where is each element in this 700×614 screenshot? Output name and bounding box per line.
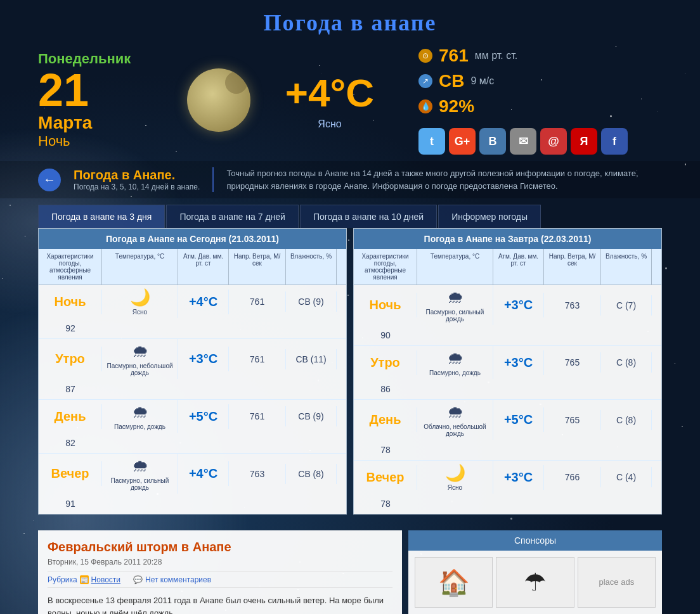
row-temp: +5°C: [178, 404, 229, 429]
weather-stats: ⊙ 761 мм рт. ст. ↗ СВ 9 м/с 💧 92% t G+ В…: [399, 46, 662, 155]
table-row: Вечер 🌧 Пасмурно, сильный дождь +4°C 763…: [39, 454, 346, 514]
wind-direction: СВ: [439, 71, 464, 91]
social-buttons: t G+ В ✉ @ Я f: [418, 128, 662, 155]
condition-label: Ясно: [448, 484, 462, 491]
col-wind: Напр. Ветра, М/сек: [229, 249, 286, 285]
bottom-section: Февральский шторм в Анапе Вторник, 15 Фе…: [0, 521, 700, 614]
condition-label: Пасмурно, дождь: [114, 423, 165, 430]
humidity-icon: 💧: [418, 99, 432, 113]
sponsor-ads[interactable]: place ads: [578, 557, 656, 608]
row-pressure: 761: [229, 291, 286, 312]
weather-tables: Погода в Анапе на Сегодня (21.03.2011) Х…: [0, 228, 700, 515]
news-category[interactable]: Новости: [91, 575, 120, 584]
row-time: Вечер: [39, 461, 102, 486]
weather-icon: 🌧: [132, 342, 148, 361]
weather-condition: Ясно: [273, 118, 387, 130]
col-humidity: Влажность, %: [286, 249, 337, 285]
place-ads-label: place ads: [599, 577, 635, 588]
tomorrow-rows-container: Ночь 🌧 Пасмурно, сильный дождь +3°C 763 …: [354, 285, 661, 514]
sponsors-grid: 🏠 ☂ place ads: [408, 551, 662, 614]
col-condition: Характеристики погоды, атмосферные явлен…: [39, 249, 102, 285]
row-condition: 🌧 Пасмурно, дождь: [417, 346, 493, 379]
row-time: Ночь: [39, 290, 102, 314]
sponsor-umbrella[interactable]: ☂: [496, 557, 574, 608]
wind-icon: ↗: [418, 74, 432, 88]
row-humidity: 87: [39, 379, 102, 399]
month-name: Марта: [38, 113, 165, 133]
email-button[interactable]: @: [540, 128, 567, 155]
tab-informer[interactable]: Информер погоды: [438, 205, 541, 228]
row-temp: +5°C: [493, 407, 544, 432]
weather-icon: 🌧: [447, 402, 463, 422]
yandex-button[interactable]: Я: [571, 128, 597, 155]
weather-icon: 🌧: [132, 402, 148, 422]
tab-10days[interactable]: Погода в анапе на 10 дней: [300, 205, 437, 228]
mail-button[interactable]: ✉: [510, 128, 536, 155]
pressure-unit: мм рт. ст.: [475, 50, 517, 61]
today-col-headers: Характеристики погоды, атмосферные явлен…: [39, 249, 346, 285]
row-temp: +3°C: [493, 465, 544, 490]
facebook-button[interactable]: f: [601, 128, 628, 155]
col-temp: Температура, °С: [102, 249, 178, 285]
sponsor-house[interactable]: 🏠: [415, 557, 493, 608]
navigation-tabs: Погода в анапе на 3 дня Погода в анапе н…: [38, 205, 662, 228]
row-temp: +3°C: [493, 350, 544, 375]
row-temp: +4°C: [178, 290, 229, 314]
moon-icon: [187, 68, 250, 132]
col-temp-t: Температура, °С: [417, 249, 493, 285]
col-condition-t: Характеристики погоды, атмосферные явлен…: [354, 249, 417, 285]
row-humidity: 90: [354, 325, 417, 345]
row-condition: 🌧 Пасмурно, небольшой дождь: [102, 339, 178, 379]
news-meta: Вторник, 15 Февраль 2011 20:28: [48, 558, 392, 566]
row-condition: 🌧 Облачно, небольшой дождь: [417, 400, 493, 440]
news-comments: 💬 Нет комментариев: [133, 575, 211, 584]
row-wind: СВ (8): [286, 464, 337, 484]
sponsors-header: Спонсоры: [408, 530, 662, 551]
row-time: Ночь: [354, 293, 417, 317]
main-temperature: +4°C: [273, 70, 387, 115]
table-row: Вечер 🌙 Ясно +3°C 766 С (4) 78: [354, 461, 661, 514]
news-title: Февральский шторм в Анапе: [48, 540, 392, 554]
google-button[interactable]: G+: [449, 128, 476, 155]
logo-bar: ← Погода в Анапе. Погода на 3, 5, 10, 14…: [0, 161, 700, 198]
row-time: Утро: [354, 350, 417, 375]
table-row: Утро 🌧 Пасмурно, небольшой дождь +3°C 76…: [39, 339, 346, 400]
row-condition: 🌧 Пасмурно, сильный дождь: [102, 454, 178, 494]
condition-label: Пасмурно, сильный дождь: [106, 477, 174, 491]
row-wind: С (8): [601, 352, 652, 373]
row-time: Вечер: [354, 465, 417, 490]
page-header: Погода в анапе: [0, 0, 700, 39]
row-pressure: 761: [229, 406, 286, 426]
logo-main-text: Погода в Анапе.: [74, 168, 200, 182]
tab-3days[interactable]: Погода в анапе на 3 дня: [38, 205, 165, 228]
twitter-button[interactable]: t: [418, 128, 445, 155]
row-time: День: [39, 404, 102, 429]
col-pressure: Атм. Дав. мм. рт. ст: [178, 249, 229, 285]
row-pressure: 766: [544, 467, 601, 487]
row-condition: 🌧 Пасмурно, дождь: [102, 400, 178, 433]
tab-7days[interactable]: Погода в анапе на 7 дней: [166, 205, 298, 228]
news-section: Февральский шторм в Анапе Вторник, 15 Фе…: [38, 530, 402, 614]
row-pressure: 765: [544, 410, 601, 430]
vkontakte-button[interactable]: В: [479, 128, 506, 155]
row-condition: 🌧 Пасмурно, сильный дождь: [417, 285, 493, 325]
row-humidity: 86: [354, 379, 417, 399]
comments-label: Нет комментариев: [145, 575, 211, 584]
today-table: Погода в Анапе на Сегодня (21.03.2011) Х…: [38, 228, 347, 515]
weather-icon: 🌙: [445, 463, 465, 483]
row-wind: С (8): [601, 410, 652, 430]
rubric-label: Рубрика: [48, 575, 77, 584]
row-humidity: 82: [39, 433, 102, 453]
row-temp: +3°C: [493, 293, 544, 317]
pressure-icon: ⊙: [418, 49, 432, 63]
pressure-value: 761: [439, 46, 469, 66]
col-humidity-t: Влажность, %: [601, 249, 652, 285]
row-pressure: 765: [544, 352, 601, 373]
row-humidity: 91: [39, 494, 102, 514]
comment-icon: 💬: [133, 575, 143, 584]
condition-label: Ясно: [133, 309, 147, 316]
weather-top-section: Понедельник 21 Марта Ночь +4°C Ясно ⊙ 76…: [0, 39, 700, 161]
table-row: Утро 🌧 Пасмурно, дождь +3°C 765 С (8) 86: [354, 346, 661, 400]
tomorrow-table-header: Погода в Анапе на Завтра (22.03.2011): [354, 229, 661, 249]
news-body: В воскресенье 13 февраля 2011 года в Ана…: [48, 594, 392, 614]
